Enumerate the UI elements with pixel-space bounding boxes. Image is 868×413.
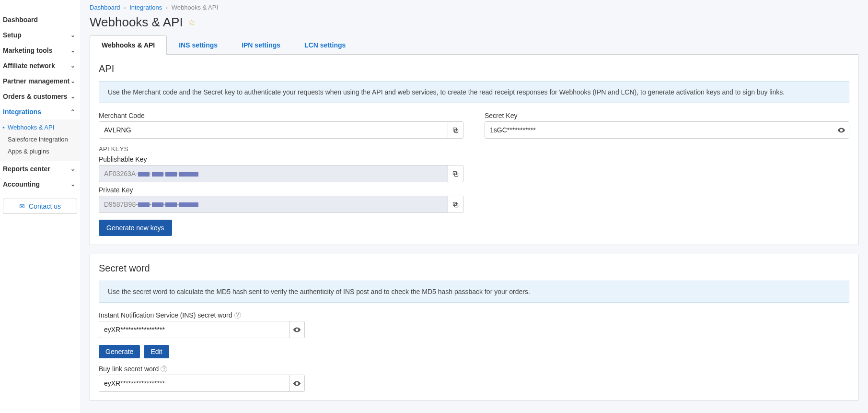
secret-key-field bbox=[485, 121, 849, 139]
merchant-code-label: Merchant Code bbox=[99, 112, 463, 119]
ins-secret-word-field bbox=[99, 321, 305, 338]
sidebar-item-label: Partner management bbox=[3, 77, 69, 85]
publishable-key-field: AF03263A---- bbox=[99, 165, 463, 182]
sidebar-item-partner[interactable]: Partner management ⌄ bbox=[0, 73, 80, 89]
main-content: Dashboard › Integrations › Webhooks & AP… bbox=[80, 0, 868, 413]
eye-icon[interactable] bbox=[289, 375, 304, 391]
sidebar-item-accounting[interactable]: Accounting ⌄ bbox=[0, 177, 80, 192]
copy-icon[interactable] bbox=[448, 122, 463, 138]
tab-ipn-settings[interactable]: IPN settings bbox=[230, 35, 292, 54]
secret-word-info-box: Use the secret word to calculate the MD5… bbox=[99, 281, 849, 303]
secret-word-heading: Secret word bbox=[99, 263, 849, 274]
chevron-down-icon: ⌄ bbox=[70, 165, 75, 172]
help-icon[interactable]: ? bbox=[234, 312, 241, 319]
breadcrumb-current: Webhooks & API bbox=[172, 4, 218, 11]
sidebar-item-label: Orders & customers bbox=[3, 93, 68, 100]
secret-word-section: Secret word Use the secret word to calcu… bbox=[90, 254, 858, 401]
api-heading: API bbox=[99, 63, 849, 74]
sidebar-subitem-webhooks[interactable]: Webhooks & API bbox=[0, 121, 80, 133]
chevron-down-icon: ⌄ bbox=[70, 47, 75, 54]
contact-us-label: Contact us bbox=[29, 202, 61, 210]
sidebar-item-label: Setup bbox=[3, 31, 22, 39]
breadcrumb-dashboard[interactable]: Dashboard bbox=[90, 4, 120, 11]
edit-button[interactable]: Edit bbox=[144, 345, 169, 358]
merchant-code-input[interactable] bbox=[99, 122, 448, 138]
eye-icon[interactable] bbox=[833, 122, 849, 138]
page-title: Webhooks & API ☆ bbox=[90, 15, 858, 30]
sidebar-item-label: Integrations bbox=[3, 108, 41, 116]
breadcrumb: Dashboard › Integrations › Webhooks & AP… bbox=[90, 0, 858, 15]
publishable-key-value: AF03263A---- bbox=[99, 165, 448, 182]
svg-point-8 bbox=[296, 383, 298, 384]
svg-point-7 bbox=[296, 329, 298, 330]
private-key-value: D9587B98---- bbox=[99, 196, 448, 212]
sidebar: Dashboard Setup ⌄ Marketing tools ⌄ Affi… bbox=[0, 0, 80, 413]
sidebar-item-label: Marketing tools bbox=[3, 47, 52, 54]
sidebar-item-label: Affiliate network bbox=[3, 62, 55, 70]
mail-icon: ✉ bbox=[19, 202, 25, 210]
ins-secret-word-label: Instant Notification Service (INS) secre… bbox=[99, 311, 849, 319]
breadcrumb-sep: › bbox=[166, 4, 168, 11]
private-key-field: D9587B98---- bbox=[99, 196, 463, 213]
generate-button[interactable]: Generate bbox=[99, 345, 140, 358]
sidebar-subitem-salesforce[interactable]: Salesforce integration bbox=[0, 133, 80, 145]
sidebar-item-label: Accounting bbox=[3, 180, 40, 188]
private-key-label: Private Key bbox=[99, 186, 463, 194]
eye-icon[interactable] bbox=[289, 321, 304, 338]
tabs: Webhooks & API INS settings IPN settings… bbox=[90, 35, 858, 55]
breadcrumb-sep: › bbox=[124, 4, 126, 11]
star-icon[interactable]: ☆ bbox=[188, 17, 196, 28]
sidebar-submenu-integrations: Webhooks & API Salesforce integration Ap… bbox=[0, 119, 80, 161]
buy-link-secret-word-label: Buy link secret word ? bbox=[99, 365, 849, 373]
sidebar-subitem-apps[interactable]: Apps & plugins bbox=[0, 145, 80, 157]
merchant-code-field bbox=[99, 121, 463, 139]
api-section: API Use the Merchant code and the Secret… bbox=[90, 55, 858, 245]
buy-link-secret-word-field bbox=[99, 375, 305, 392]
api-keys-heading: API KEYS bbox=[99, 145, 463, 153]
tab-ins-settings[interactable]: INS settings bbox=[167, 35, 230, 54]
chevron-down-icon: ⌄ bbox=[70, 93, 75, 100]
tab-lcn-settings[interactable]: LCN settings bbox=[292, 35, 358, 54]
generate-new-keys-button[interactable]: Generate new keys bbox=[99, 220, 172, 236]
sidebar-item-label: Reports center bbox=[3, 165, 50, 173]
secret-key-input[interactable] bbox=[485, 122, 833, 138]
breadcrumb-integrations[interactable]: Integrations bbox=[129, 4, 162, 11]
copy-icon[interactable] bbox=[448, 196, 463, 212]
sidebar-item-reports[interactable]: Reports center ⌄ bbox=[0, 161, 80, 177]
copy-icon[interactable] bbox=[448, 165, 463, 182]
sidebar-item-affiliate[interactable]: Affiliate network ⌄ bbox=[0, 58, 80, 73]
sidebar-item-marketing[interactable]: Marketing tools ⌄ bbox=[0, 43, 80, 58]
chevron-up-icon: ⌃ bbox=[70, 108, 75, 115]
publishable-key-label: Publishable Key bbox=[99, 155, 463, 163]
tab-webhooks[interactable]: Webhooks & API bbox=[90, 35, 167, 55]
sidebar-item-orders[interactable]: Orders & customers ⌄ bbox=[0, 89, 80, 104]
sidebar-item-label: Dashboard bbox=[3, 16, 38, 24]
chevron-down-icon: ⌄ bbox=[70, 78, 75, 84]
ins-secret-word-input[interactable] bbox=[99, 321, 289, 338]
chevron-down-icon: ⌄ bbox=[70, 181, 75, 188]
sidebar-item-integrations[interactable]: Integrations ⌃ bbox=[0, 104, 80, 119]
page-title-text: Webhooks & API bbox=[90, 15, 183, 30]
buy-link-secret-word-input[interactable] bbox=[99, 375, 289, 391]
sidebar-item-dashboard[interactable]: Dashboard bbox=[0, 12, 80, 27]
api-info-box: Use the Merchant code and the Secret key… bbox=[99, 81, 849, 103]
contact-us-button[interactable]: ✉ Contact us bbox=[3, 199, 77, 214]
sidebar-item-setup[interactable]: Setup ⌄ bbox=[0, 27, 80, 43]
chevron-down-icon: ⌄ bbox=[70, 62, 75, 69]
svg-point-6 bbox=[841, 130, 842, 131]
help-icon[interactable]: ? bbox=[161, 366, 167, 372]
secret-key-label: Secret Key bbox=[485, 112, 849, 119]
chevron-down-icon: ⌄ bbox=[70, 32, 75, 38]
